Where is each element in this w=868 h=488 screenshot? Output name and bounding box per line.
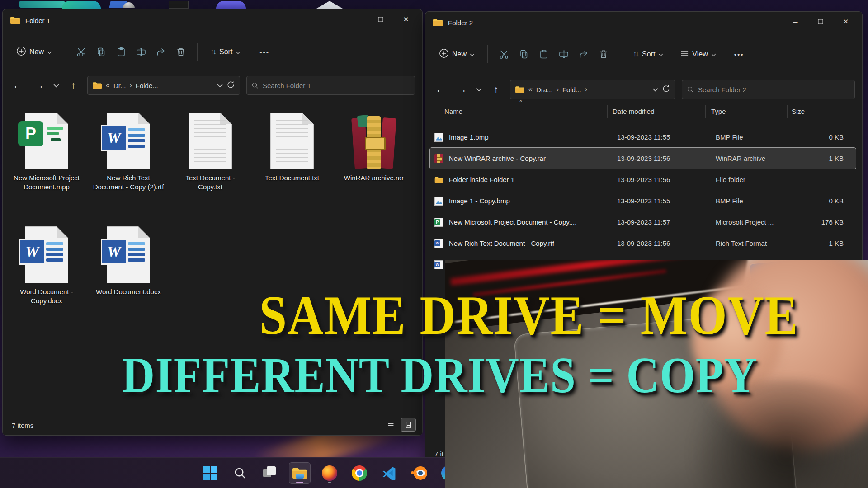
file-item[interactable]: WWord Document.docx — [92, 224, 165, 296]
taskbar-firefox-icon[interactable] — [319, 462, 340, 484]
taskbar-chrome-icon[interactable] — [349, 462, 370, 484]
file-row[interactable]: Folder inside Folder 113-09-2023 11:56Fi… — [430, 169, 856, 190]
paste-button[interactable] — [112, 43, 130, 61]
copy-button[interactable] — [515, 45, 533, 63]
row-size: 0 KB — [787, 133, 844, 141]
row-type: Rich Text Format — [716, 239, 767, 247]
maximize-button[interactable] — [368, 9, 393, 29]
rename-button[interactable] — [132, 43, 150, 61]
file-row[interactable]: WNew Rich Text Document - Copy.rtf13-09-… — [430, 233, 856, 254]
row-name: New WinRAR archive - Copy.rar — [449, 155, 546, 162]
breadcrumb-overflow[interactable]: « — [106, 81, 110, 89]
column-header-date[interactable]: Date modified — [613, 108, 655, 115]
column-header-type[interactable]: Type — [711, 108, 726, 115]
new-button[interactable]: New — [11, 42, 57, 62]
cut-button[interactable] — [495, 45, 513, 63]
sort-button[interactable]: ↑↓ Sort — [205, 43, 246, 61]
back-button[interactable]: ← — [433, 84, 448, 95]
close-button[interactable]: ✕ — [393, 9, 419, 29]
row-date: 13-09-2023 11:56 — [617, 176, 670, 183]
column-header-name[interactable]: Name — [444, 108, 462, 115]
search-input[interactable]: Search Folder 1 — [246, 76, 415, 95]
taskbar-blender-icon[interactable] — [408, 462, 430, 484]
up-button[interactable]: ↑ — [66, 80, 81, 91]
history-chevron-button[interactable] — [53, 81, 59, 89]
column-separator[interactable] — [705, 105, 706, 118]
more-options-button[interactable]: ••• — [729, 47, 750, 62]
desktop-fragment-teal-dome — [62, 1, 101, 9]
view-button[interactable]: View — [675, 46, 721, 63]
maximize-button[interactable] — [808, 12, 833, 32]
folder-icon — [433, 18, 443, 27]
taskbar-explorer-icon[interactable] — [289, 462, 311, 484]
item-count: 7 items — [12, 422, 33, 429]
file-row[interactable]: Image 1 - Copy.bmp13-09-2023 11:55BMP Fi… — [430, 190, 856, 211]
breadcrumb-drive[interactable]: Dra... — [536, 86, 553, 94]
cut-button[interactable] — [72, 43, 90, 61]
more-options-button[interactable]: ••• — [254, 44, 275, 60]
window1-toolbar: New ↑↓ Sort ••• — [3, 31, 422, 73]
refresh-button[interactable] — [662, 84, 670, 95]
text-file-icon — [270, 113, 314, 169]
address-dropdown-chevron[interactable] — [652, 85, 658, 94]
thumbnail-view-toggle[interactable] — [401, 418, 416, 432]
file-item[interactable]: PNew Microsoft Project Document.mpp — [10, 110, 83, 192]
refresh-button[interactable] — [226, 80, 235, 91]
breadcrumb-bar[interactable]: « Dra... › Fold... › — [510, 80, 675, 99]
breadcrumb-current[interactable]: Folde... — [136, 82, 158, 89]
row-date: 13-09-2023 11:57 — [617, 218, 670, 226]
back-button[interactable]: ← — [10, 80, 25, 91]
breadcrumb-bar[interactable]: « Dr... › Folde... — [87, 76, 240, 95]
breadcrumb-overflow[interactable]: « — [528, 85, 533, 94]
taskbar-start-icon[interactable] — [199, 462, 221, 484]
breadcrumb-drive[interactable]: Dr... — [113, 82, 126, 89]
column-separator[interactable] — [607, 105, 608, 118]
file-row-selected[interactable]: New WinRAR archive - Copy.rar13-09-2023 … — [430, 148, 856, 169]
breadcrumb-current[interactable]: Fold... — [562, 86, 581, 94]
row-size: 0 KB — [787, 197, 844, 205]
forward-button[interactable]: → — [32, 80, 47, 91]
row-type: WinRAR archive — [716, 155, 765, 162]
close-button[interactable]: ✕ — [833, 12, 859, 32]
history-chevron-button[interactable] — [476, 85, 482, 94]
word-file-icon: W — [107, 113, 150, 169]
address-dropdown-chevron[interactable] — [217, 81, 223, 89]
new-button[interactable]: New — [434, 44, 480, 64]
minimize-button[interactable]: ─ — [783, 12, 808, 32]
minimize-button[interactable]: ─ — [343, 9, 368, 29]
search-input[interactable]: Search Folder 2 — [682, 80, 855, 99]
view-button-label: View — [692, 50, 708, 58]
column-separator[interactable] — [845, 105, 845, 118]
details-view-toggle[interactable] — [383, 418, 398, 431]
file-row[interactable]: PNew Microsoft Project Document - Copy..… — [430, 211, 856, 233]
file-item[interactable]: WinRAR archive.rar — [337, 110, 410, 183]
plus-circle-icon — [439, 48, 449, 60]
taskbar-search-icon[interactable] — [229, 462, 251, 484]
file-row[interactable]: Image 1.bmp13-09-2023 11:55BMP File0 KB — [430, 127, 856, 148]
chevron-down-icon — [236, 48, 241, 56]
file-item[interactable]: Text Document.txt — [255, 110, 329, 183]
file-item[interactable]: WNew Rich Text Document - Copy (2).rtf — [92, 110, 165, 192]
paste-button[interactable] — [535, 45, 553, 63]
rename-button[interactable] — [555, 45, 573, 63]
column-separator[interactable] — [787, 105, 788, 118]
sort-button[interactable]: ↑↓ Sort — [627, 46, 669, 63]
file-name: Word Document - Copy.docx — [10, 287, 83, 305]
share-button[interactable] — [575, 45, 593, 63]
row-name: Folder inside Folder 1 — [449, 176, 514, 183]
file-item[interactable]: WWord Document - Copy.docx — [10, 224, 83, 305]
forward-button[interactable]: → — [454, 84, 470, 95]
project-file-icon: P — [25, 113, 68, 169]
up-button[interactable]: ↑ — [488, 84, 504, 95]
file-type-icon — [434, 133, 443, 142]
delete-button[interactable] — [594, 45, 613, 63]
share-button[interactable] — [152, 43, 170, 61]
column-header-size[interactable]: Size — [792, 108, 805, 115]
taskbar-taskview-button[interactable] — [259, 462, 281, 484]
copy-button[interactable] — [92, 43, 110, 61]
desktop-fragment-gray-sphere — [123, 2, 135, 8]
file-item[interactable]: Text Document - Copy.txt — [174, 110, 247, 192]
view-lines-icon — [680, 50, 689, 59]
delete-button[interactable] — [172, 43, 190, 61]
taskbar-vscode-icon[interactable] — [378, 462, 400, 484]
